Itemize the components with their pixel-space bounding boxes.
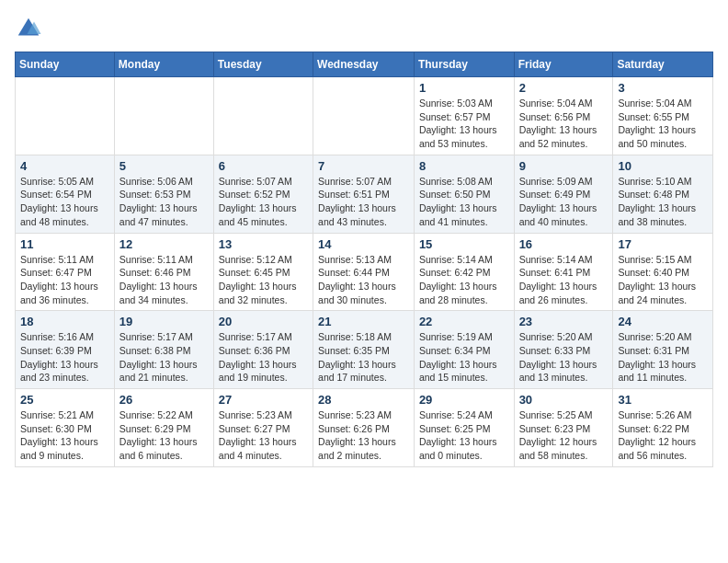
day-number: 2: [519, 81, 609, 95]
day-detail: Sunrise: 5:13 AM Sunset: 6:44 PM Dayligh…: [318, 253, 409, 307]
calendar-cell: 17Sunrise: 5:15 AM Sunset: 6:40 PM Dayli…: [613, 233, 713, 311]
day-number: 6: [219, 159, 308, 173]
day-number: 24: [618, 315, 708, 328]
calendar-cell: 23Sunrise: 5:20 AM Sunset: 6:33 PM Dayli…: [514, 311, 613, 389]
calendar-cell: 8Sunrise: 5:08 AM Sunset: 6:50 PM Daylig…: [414, 155, 514, 233]
calendar-table: SundayMondayTuesdayWednesdayThursdayFrid…: [15, 52, 713, 467]
day-detail: Sunrise: 5:10 AM Sunset: 6:48 PM Dayligh…: [618, 175, 708, 229]
calendar-cell: 1Sunrise: 5:03 AM Sunset: 6:57 PM Daylig…: [414, 77, 514, 155]
day-detail: Sunrise: 5:25 AM Sunset: 6:23 PM Dayligh…: [519, 408, 609, 463]
day-number: 26: [119, 393, 209, 407]
day-number: 4: [20, 159, 109, 173]
calendar-cell: 7Sunrise: 5:07 AM Sunset: 6:51 PM Daylig…: [313, 155, 415, 233]
day-number: 22: [419, 315, 509, 328]
calendar-cell: [114, 77, 213, 155]
day-number: 19: [119, 315, 209, 328]
day-detail: Sunrise: 5:14 AM Sunset: 6:41 PM Dayligh…: [519, 253, 609, 307]
day-number: 15: [419, 237, 509, 251]
day-number: 30: [519, 393, 609, 407]
day-detail: Sunrise: 5:23 AM Sunset: 6:27 PM Dayligh…: [219, 408, 308, 463]
calendar-cell: 22Sunrise: 5:19 AM Sunset: 6:34 PM Dayli…: [414, 311, 514, 389]
day-detail: Sunrise: 5:07 AM Sunset: 6:52 PM Dayligh…: [219, 175, 308, 229]
calendar-week-4: 18Sunrise: 5:16 AM Sunset: 6:39 PM Dayli…: [16, 311, 713, 389]
day-detail: Sunrise: 5:17 AM Sunset: 6:36 PM Dayligh…: [219, 330, 308, 385]
calendar-week-5: 25Sunrise: 5:21 AM Sunset: 6:30 PM Dayli…: [16, 389, 713, 467]
day-number: 7: [318, 159, 409, 173]
calendar-cell: [16, 77, 115, 155]
day-number: 9: [519, 159, 609, 173]
day-detail: Sunrise: 5:14 AM Sunset: 6:42 PM Dayligh…: [419, 253, 509, 307]
calendar-week-2: 4Sunrise: 5:05 AM Sunset: 6:54 PM Daylig…: [16, 155, 713, 233]
header-wednesday: Wednesday: [313, 52, 415, 77]
day-detail: Sunrise: 5:07 AM Sunset: 6:51 PM Dayligh…: [318, 175, 409, 229]
calendar-cell: 20Sunrise: 5:17 AM Sunset: 6:36 PM Dayli…: [213, 311, 313, 389]
calendar-cell: 24Sunrise: 5:20 AM Sunset: 6:31 PM Dayli…: [613, 311, 713, 389]
calendar-cell: 18Sunrise: 5:16 AM Sunset: 6:39 PM Dayli…: [16, 311, 115, 389]
calendar-cell: 14Sunrise: 5:13 AM Sunset: 6:44 PM Dayli…: [313, 233, 415, 311]
day-number: 11: [20, 237, 109, 251]
day-detail: Sunrise: 5:04 AM Sunset: 6:56 PM Dayligh…: [519, 97, 609, 151]
day-number: 28: [318, 393, 409, 407]
day-detail: Sunrise: 5:18 AM Sunset: 6:35 PM Dayligh…: [318, 330, 409, 385]
logo: [15, 15, 46, 42]
day-detail: Sunrise: 5:11 AM Sunset: 6:47 PM Dayligh…: [20, 253, 109, 307]
day-detail: Sunrise: 5:16 AM Sunset: 6:39 PM Dayligh…: [20, 330, 109, 385]
calendar-cell: 16Sunrise: 5:14 AM Sunset: 6:41 PM Dayli…: [514, 233, 613, 311]
calendar-cell: 27Sunrise: 5:23 AM Sunset: 6:27 PM Dayli…: [213, 389, 313, 467]
header-tuesday: Tuesday: [213, 52, 313, 77]
calendar-week-3: 11Sunrise: 5:11 AM Sunset: 6:47 PM Dayli…: [16, 233, 713, 311]
calendar-cell: 26Sunrise: 5:22 AM Sunset: 6:29 PM Dayli…: [114, 389, 213, 467]
page-header: [15, 15, 713, 42]
day-number: 14: [318, 237, 409, 251]
day-number: 12: [119, 237, 209, 251]
day-detail: Sunrise: 5:05 AM Sunset: 6:54 PM Dayligh…: [20, 175, 109, 229]
day-detail: Sunrise: 5:26 AM Sunset: 6:22 PM Dayligh…: [618, 408, 708, 463]
header-sunday: Sunday: [16, 52, 115, 77]
day-number: 20: [219, 315, 308, 328]
calendar-cell: 6Sunrise: 5:07 AM Sunset: 6:52 PM Daylig…: [213, 155, 313, 233]
header-friday: Friday: [514, 52, 613, 77]
header-thursday: Thursday: [414, 52, 514, 77]
day-number: 10: [618, 159, 708, 173]
header-monday: Monday: [114, 52, 213, 77]
day-detail: Sunrise: 5:03 AM Sunset: 6:57 PM Dayligh…: [419, 97, 509, 151]
calendar-week-1: 1Sunrise: 5:03 AM Sunset: 6:57 PM Daylig…: [16, 77, 713, 155]
day-number: 5: [119, 159, 209, 173]
calendar-cell: 13Sunrise: 5:12 AM Sunset: 6:45 PM Dayli…: [213, 233, 313, 311]
calendar-cell: 2Sunrise: 5:04 AM Sunset: 6:56 PM Daylig…: [514, 77, 613, 155]
calendar-cell: 21Sunrise: 5:18 AM Sunset: 6:35 PM Dayli…: [313, 311, 415, 389]
calendar-cell: 3Sunrise: 5:04 AM Sunset: 6:55 PM Daylig…: [613, 77, 713, 155]
calendar-cell: 11Sunrise: 5:11 AM Sunset: 6:47 PM Dayli…: [16, 233, 115, 311]
day-detail: Sunrise: 5:09 AM Sunset: 6:49 PM Dayligh…: [519, 175, 609, 229]
day-detail: Sunrise: 5:19 AM Sunset: 6:34 PM Dayligh…: [419, 330, 509, 385]
day-detail: Sunrise: 5:20 AM Sunset: 6:31 PM Dayligh…: [618, 330, 708, 385]
calendar-header-row: SundayMondayTuesdayWednesdayThursdayFrid…: [16, 52, 713, 77]
day-detail: Sunrise: 5:15 AM Sunset: 6:40 PM Dayligh…: [618, 253, 708, 307]
calendar-cell: [313, 77, 415, 155]
day-number: 13: [219, 237, 308, 251]
day-detail: Sunrise: 5:23 AM Sunset: 6:26 PM Dayligh…: [318, 408, 409, 463]
logo-icon: [15, 15, 42, 42]
day-detail: Sunrise: 5:08 AM Sunset: 6:50 PM Dayligh…: [419, 175, 509, 229]
calendar-cell: 4Sunrise: 5:05 AM Sunset: 6:54 PM Daylig…: [16, 155, 115, 233]
day-detail: Sunrise: 5:11 AM Sunset: 6:46 PM Dayligh…: [119, 253, 209, 307]
calendar-cell: 9Sunrise: 5:09 AM Sunset: 6:49 PM Daylig…: [514, 155, 613, 233]
day-detail: Sunrise: 5:21 AM Sunset: 6:30 PM Dayligh…: [20, 408, 109, 463]
day-number: 29: [419, 393, 509, 407]
day-number: 8: [419, 159, 509, 173]
day-number: 23: [519, 315, 609, 328]
day-number: 1: [419, 81, 509, 95]
day-number: 3: [618, 81, 708, 95]
day-number: 16: [519, 237, 609, 251]
day-detail: Sunrise: 5:17 AM Sunset: 6:38 PM Dayligh…: [119, 330, 209, 385]
day-detail: Sunrise: 5:04 AM Sunset: 6:55 PM Dayligh…: [618, 97, 708, 151]
calendar-cell: 15Sunrise: 5:14 AM Sunset: 6:42 PM Dayli…: [414, 233, 514, 311]
day-detail: Sunrise: 5:06 AM Sunset: 6:53 PM Dayligh…: [119, 175, 209, 229]
calendar-cell: [213, 77, 313, 155]
calendar-cell: 25Sunrise: 5:21 AM Sunset: 6:30 PM Dayli…: [16, 389, 115, 467]
calendar-cell: 31Sunrise: 5:26 AM Sunset: 6:22 PM Dayli…: [613, 389, 713, 467]
calendar-cell: 5Sunrise: 5:06 AM Sunset: 6:53 PM Daylig…: [114, 155, 213, 233]
calendar-cell: 30Sunrise: 5:25 AM Sunset: 6:23 PM Dayli…: [514, 389, 613, 467]
calendar-cell: 28Sunrise: 5:23 AM Sunset: 6:26 PM Dayli…: [313, 389, 415, 467]
day-detail: Sunrise: 5:22 AM Sunset: 6:29 PM Dayligh…: [119, 408, 209, 463]
